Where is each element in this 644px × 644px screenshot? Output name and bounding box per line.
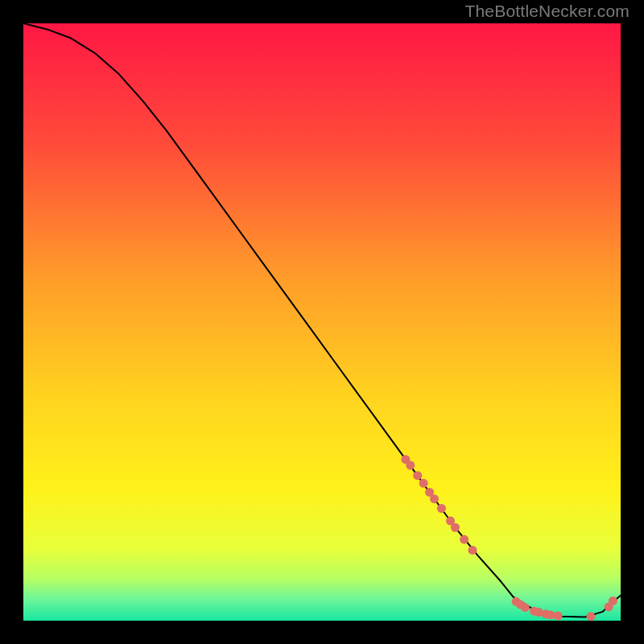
data-marker xyxy=(521,603,530,612)
data-marker xyxy=(451,523,460,532)
data-marker xyxy=(406,461,415,470)
data-marker xyxy=(430,494,439,503)
data-marker xyxy=(437,504,446,513)
data-marker xyxy=(554,612,563,621)
data-marker xyxy=(419,479,428,488)
data-marker xyxy=(586,612,595,621)
data-marker xyxy=(413,471,422,480)
data-marker xyxy=(609,597,617,605)
chart-canvas xyxy=(0,0,644,644)
chart-frame: TheBottleNecker.com xyxy=(0,0,644,644)
gradient-background xyxy=(23,23,621,621)
watermark-text: TheBottleNecker.com xyxy=(464,2,630,21)
data-marker xyxy=(460,535,469,544)
data-marker xyxy=(468,546,477,555)
